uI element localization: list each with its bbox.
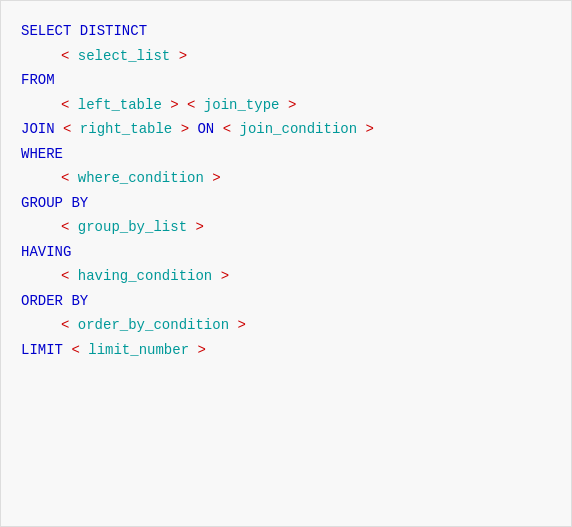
code-line-having: HAVING — [21, 240, 551, 265]
plain-text — [55, 121, 63, 137]
code-line-having-condition: < having_condition > — [21, 264, 551, 289]
angle-text: < — [61, 219, 78, 235]
angle-text: > — [212, 268, 229, 284]
code-line-limit: LIMIT < limit_number > — [21, 338, 551, 363]
kw-text: FROM — [21, 72, 55, 88]
kw-text: ON — [197, 121, 214, 137]
code-line-order-by-condition: < order_by_condition > — [21, 313, 551, 338]
kw-text: BY — [71, 195, 88, 211]
angle-text: > — [357, 121, 374, 137]
kw-text: WHERE — [21, 146, 63, 162]
code-line-where-condition: < where_condition > — [21, 166, 551, 191]
code-line-order-by: ORDER BY — [21, 289, 551, 314]
plain-text — [179, 97, 187, 113]
placeholder-text: left_table — [78, 97, 162, 113]
angle-text: > — [172, 121, 189, 137]
angle-text: > — [187, 219, 204, 235]
angle-text: > — [204, 170, 221, 186]
kw-text: DISTINCT — [80, 23, 147, 39]
angle-text: < — [61, 170, 78, 186]
kw-text: LIMIT — [21, 342, 63, 358]
angle-text: < — [223, 121, 240, 137]
placeholder-text: select_list — [78, 48, 170, 64]
placeholder-text: having_condition — [78, 268, 212, 284]
angle-text: > — [170, 48, 187, 64]
kw-text: SELECT — [21, 23, 71, 39]
angle-text: > — [279, 97, 296, 113]
angle-text: > — [189, 342, 206, 358]
angle-text: > — [229, 317, 246, 333]
kw-text: ORDER — [21, 293, 63, 309]
code-block: SELECT DISTINCT< select_list >FROM< left… — [21, 19, 551, 362]
angle-text: < — [187, 97, 204, 113]
placeholder-text: right_table — [80, 121, 172, 137]
placeholder-text: group_by_list — [78, 219, 187, 235]
placeholder-text: order_by_condition — [78, 317, 229, 333]
angle-text: < — [61, 268, 78, 284]
plain-text — [71, 23, 79, 39]
angle-text: < — [61, 317, 78, 333]
angle-text: < — [61, 48, 78, 64]
code-container: SELECT DISTINCT< select_list >FROM< left… — [0, 0, 572, 527]
kw-text: HAVING — [21, 244, 71, 260]
kw-text: JOIN — [21, 121, 55, 137]
angle-text: < — [61, 97, 78, 113]
angle-text: < — [63, 121, 80, 137]
code-line-group-by: GROUP BY — [21, 191, 551, 216]
code-line-select-distinct: SELECT DISTINCT — [21, 19, 551, 44]
kw-text: GROUP — [21, 195, 63, 211]
placeholder-text: join_condition — [240, 121, 358, 137]
angle-text: < — [71, 342, 88, 358]
code-line-group-by-list: < group_by_list > — [21, 215, 551, 240]
code-line-from: FROM — [21, 68, 551, 93]
placeholder-text: limit_number — [88, 342, 189, 358]
angle-text: > — [162, 97, 179, 113]
code-line-where: WHERE — [21, 142, 551, 167]
code-line-from-tables: < left_table > < join_type > — [21, 93, 551, 118]
placeholder-text: where_condition — [78, 170, 204, 186]
plain-text — [214, 121, 222, 137]
code-line-select-list: < select_list > — [21, 44, 551, 69]
kw-text: BY — [71, 293, 88, 309]
placeholder-text: join_type — [204, 97, 280, 113]
code-line-join-line: JOIN < right_table > ON < join_condition… — [21, 117, 551, 142]
